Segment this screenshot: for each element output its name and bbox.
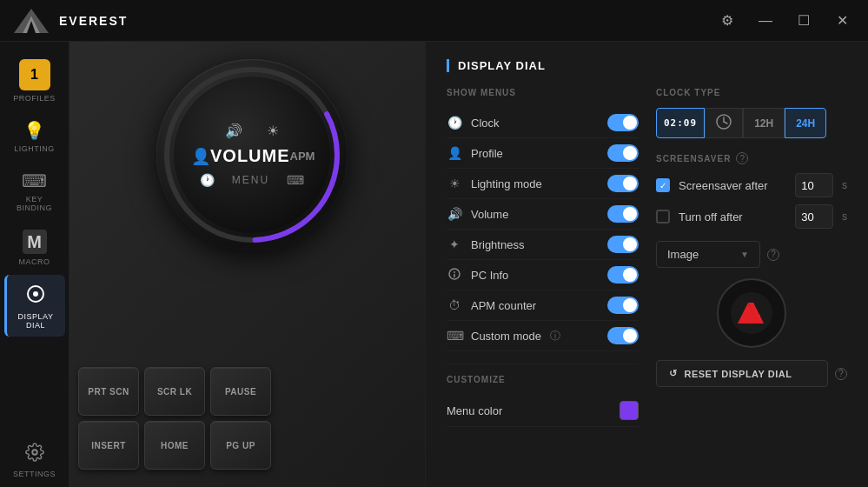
customize-section: CUSTOMIZE Menu color [447, 364, 639, 427]
menu-item-volume: 🔊 Volume [447, 199, 639, 230]
screensaver-after-label: Screensaver after [679, 179, 786, 192]
svg-point-7 [454, 271, 455, 273]
clock-dial-icon: 🕐 [200, 173, 215, 187]
dropdown-arrow-icon: ▼ [740, 250, 749, 259]
reset-display-dial-button[interactable]: ↺ RESET DISPLAY DIAL [656, 360, 828, 387]
app-logo-icon [14, 9, 49, 33]
key-pg-up: PG UP [210, 421, 271, 470]
sidebar-item-key-binding[interactable]: ⌨ KEY BINDING [4, 162, 65, 219]
titlebar: EVEREST ⚙ — ☐ ✕ [0, 0, 868, 42]
custom-mode-help-icon: ⓘ [550, 329, 560, 344]
sidebar-item-settings[interactable]: SETTINGS [4, 434, 65, 485]
key-row-1: PRT SCN SCR LK PAUSE [78, 367, 461, 416]
brightness-toggle[interactable] [607, 236, 639, 253]
screensaver-after-input[interactable] [795, 173, 833, 197]
sidebar-item-display-dial[interactable]: DISPLAY DIAL [4, 275, 65, 337]
app-title: EVEREST [59, 14, 715, 28]
volume-toggle[interactable] [607, 205, 639, 223]
reset-icon: ↺ [669, 368, 678, 379]
menu-item-apm-counter: ⏱ APM counter [447, 290, 639, 321]
dial-display: 🔊 ☀ 👤 VOLUME APM 🕐 MENU ⌨ [156, 59, 348, 250]
maximize-button[interactable]: ☐ [792, 9, 816, 33]
sidebar-item-lighting-label: LIGHTING [14, 144, 55, 153]
lighting-mode-menu-label: Lighting mode [471, 177, 542, 190]
clock-btn-24h[interactable]: 24H [785, 108, 826, 138]
panel-title: DISPLAY DIAL [447, 59, 847, 72]
content-area: 🔊 ☀ 👤 VOLUME APM 🕐 MENU ⌨ [70, 42, 868, 487]
sidebar-item-lighting[interactable]: 💡 LIGHTING [4, 111, 65, 160]
sidebar-item-profiles[interactable]: 1 PROFILES [4, 50, 65, 110]
left-column: SHOW MENUS 🕐 Clock 👤 Profile [447, 88, 639, 427]
pc-info-menu-label: PC Info [471, 269, 508, 282]
sidebar: 1 PROFILES 💡 LIGHTING ⌨ KEY BINDING M MA… [0, 42, 70, 487]
turn-off-checkbox[interactable] [656, 210, 670, 223]
clock-menu-icon: 🕐 [447, 116, 462, 130]
screensaver-title: SCREENSAVER [656, 154, 731, 163]
screensaver-help-icon[interactable]: ? [736, 152, 748, 164]
menu-item-pc-info: PC Info [447, 260, 639, 290]
minimize-button[interactable]: — [753, 9, 778, 33]
sidebar-item-key-binding-label: KEY BINDING [8, 195, 62, 212]
clock-btn-digital[interactable]: 02:09 [656, 108, 705, 138]
close-button[interactable]: ✕ [830, 9, 854, 33]
main-layout: 1 PROFILES 💡 LIGHTING ⌨ KEY BINDING M MA… [0, 42, 868, 487]
user-icon: 👤 [191, 147, 210, 166]
turn-off-after-row: Turn off after s [656, 204, 847, 229]
key-insert: INSERT [78, 421, 139, 470]
menu-color-swatch[interactable] [620, 401, 639, 420]
menu-item-profile: 👤 Profile [447, 138, 639, 169]
display-dial-icon [25, 284, 46, 309]
custom-mode-menu-icon: ⌨ [447, 329, 462, 343]
lighting-mode-toggle[interactable] [607, 175, 639, 192]
dial-bottom-row: 🕐 MENU ⌨ [200, 173, 304, 187]
menu-item-clock: 🕐 Clock [447, 108, 639, 138]
lighting-icon: 💡 [23, 120, 45, 141]
menu-color-item: Menu color [447, 395, 639, 427]
turn-off-input[interactable] [795, 204, 833, 229]
apm-counter-toggle[interactable] [607, 297, 639, 314]
key-pause: PAUSE [210, 367, 271, 416]
key-row-2: INSERT HOME PG UP [78, 421, 461, 470]
svg-rect-13 [743, 315, 760, 317]
pc-info-toggle[interactable] [607, 266, 639, 284]
screensaver-after-checkbox[interactable]: ✓ [656, 178, 670, 192]
apm-counter-menu-label: APM counter [471, 299, 536, 312]
clock-menu-label: Clock [471, 117, 500, 130]
svg-line-11 [724, 122, 727, 123]
clock-toggle[interactable] [607, 114, 639, 131]
brightness-menu-icon: ✦ [447, 237, 462, 251]
custom-mode-toggle[interactable] [607, 327, 639, 344]
sidebar-item-display-dial-label: DISPLAY DIAL [10, 312, 62, 330]
menu-item-custom-mode: ⌨ Custom mode ⓘ [447, 321, 639, 351]
settings-button[interactable]: ⚙ [715, 9, 739, 33]
key-home: HOME [144, 421, 205, 470]
dial-menu-text: MENU [232, 174, 269, 186]
screensaver-after-row: ✓ Screensaver after s [656, 173, 847, 197]
keyboard-dial-icon: ⌨ [287, 173, 304, 187]
screensaver-preview [717, 278, 786, 348]
profile-menu-label: Profile [471, 147, 503, 160]
image-dropdown[interactable]: Image ▼ [656, 241, 760, 268]
key-binding-icon: ⌨ [22, 170, 47, 191]
reset-help-icon[interactable]: ? [835, 368, 847, 380]
dial-top-icons: 🔊 ☀ [225, 123, 279, 139]
screensaver-header: SCREENSAVER ? [656, 152, 847, 164]
image-help-icon[interactable]: ? [767, 249, 779, 261]
sidebar-item-profiles-label: PROFILES [13, 94, 56, 103]
right-column: CLOCK TYPE 02:09 12H 24H [656, 88, 847, 427]
profile-toggle[interactable] [607, 144, 639, 162]
apm-counter-menu-icon: ⏱ [447, 298, 462, 312]
reset-label: RESET DISPLAY DIAL [685, 369, 792, 379]
clock-btn-12h[interactable]: 12H [743, 108, 785, 138]
image-dropdown-value: Image [667, 248, 699, 261]
brightness-menu-label: Brightness [471, 238, 524, 251]
amd-logo-icon [731, 292, 772, 334]
profiles-badge: 1 [19, 59, 50, 90]
brightness-dial-icon: ☀ [267, 123, 279, 139]
sidebar-item-macro[interactable]: M MACRO [4, 221, 65, 273]
clock-btn-analog[interactable] [705, 108, 743, 138]
settings-icon [25, 443, 44, 466]
menu-color-label: Menu color [447, 404, 502, 417]
image-dropdown-row: Image ▼ ? [656, 241, 847, 268]
pc-info-menu-icon [447, 268, 462, 283]
